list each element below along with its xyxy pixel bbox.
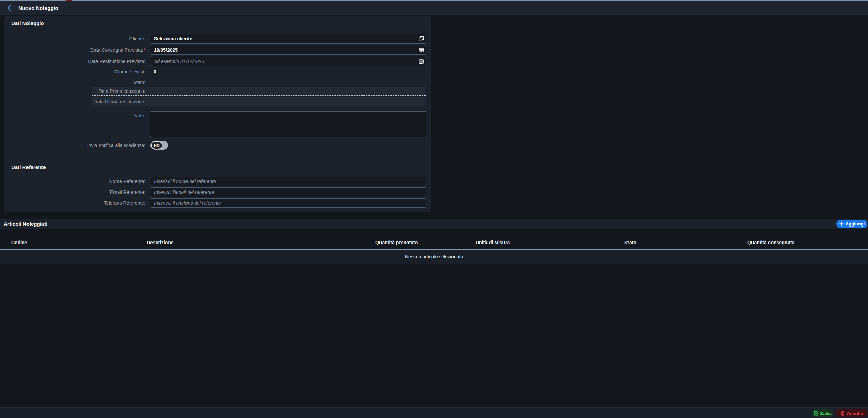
data-consegna-input[interactable] — [150, 45, 426, 55]
save-button[interactable]: Salva — [812, 409, 833, 417]
articles-section-title: Articoli Noleggiati — [4, 221, 47, 227]
data-restituzione-label: Data Restituzione Prevista: — [4, 58, 145, 65]
column-header-unita-di-misura: Unità di Misura — [476, 240, 510, 245]
add-article-label: Aggiungi — [846, 221, 865, 227]
value-help-icon[interactable] — [418, 36, 424, 41]
calendar-icon[interactable] — [418, 47, 424, 53]
save-floppy-icon — [814, 411, 818, 416]
toggle-handle: NO — [151, 141, 162, 149]
column-header-quantita-consegnata: Quantità consegnata — [747, 240, 794, 245]
cliente-input[interactable] — [150, 34, 426, 44]
nome-referente-label: Nome Referente: — [4, 178, 145, 185]
plus-icon — [839, 222, 844, 226]
email-referente-input[interactable] — [150, 187, 426, 197]
telefono-referente-input[interactable] — [150, 198, 426, 208]
note-textarea[interactable] — [150, 111, 426, 137]
save-button-label: Salva — [820, 411, 832, 416]
data-prima-consegna-label: Data Prima consegna: — [4, 88, 145, 95]
nuovo-noleggio-page: Nuovo Noleggio Dati Noleggio Cliente: Da… — [0, 0, 868, 418]
empty-table-row: Nessun articolo selezionato — [0, 250, 868, 264]
column-header-stato: Stato — [624, 240, 636, 245]
add-article-button[interactable]: Aggiungi — [836, 220, 867, 228]
telefono-referente-field-wrap — [150, 198, 426, 208]
rental-form-panel: Dati Noleggio Cliente: Data Consegna Pre… — [4, 16, 431, 212]
calendar-icon[interactable] — [418, 58, 424, 64]
column-header-quantita-prenotata: Quantità prenotata — [375, 240, 418, 245]
chevron-left-icon — [7, 5, 11, 11]
cliente-field-wrap — [150, 34, 426, 44]
column-header-descrizione: Descrizione — [147, 240, 174, 245]
notifica-toggle[interactable]: NO — [150, 141, 168, 150]
footer-bar: Salva Annulla — [0, 407, 868, 418]
section-title-dati-referente: Dati Referente — [11, 164, 46, 170]
data-consegna-label: Data Consegna Prevista:* — [4, 47, 145, 53]
trash-icon — [840, 411, 845, 416]
required-mark: * — [144, 48, 145, 52]
column-header-codice: Codice — [11, 240, 27, 245]
section-title-dati-noleggio: Dati Noleggio — [11, 20, 44, 26]
data-restituzione-field-wrap — [150, 56, 426, 66]
cancel-button-label: Annulla — [847, 411, 863, 416]
giorni-previsti-label: Giorni Previsti: — [4, 68, 145, 75]
articles-section-bar: Articoli Noleggiati Aggiungi — [0, 219, 868, 229]
data-restituzione-input[interactable] — [150, 56, 426, 66]
nome-referente-input[interactable] — [150, 177, 426, 186]
page-title: Nuovo Noleggio — [18, 5, 58, 11]
page-header: Nuovo Noleggio — [0, 1, 868, 15]
nome-referente-field-wrap — [150, 177, 426, 186]
cliente-label: Cliente: — [4, 35, 145, 42]
email-referente-field-wrap — [150, 187, 426, 197]
empty-table-message: Nessun articolo selezionato — [405, 254, 463, 260]
email-referente-label: Email Referente: — [4, 189, 145, 196]
telefono-referente-label: Telefono Referente: — [4, 200, 145, 206]
back-button[interactable] — [3, 2, 15, 14]
cancel-button[interactable]: Annulla — [836, 409, 867, 417]
data-consegna-field-wrap — [150, 45, 426, 55]
note-label: Note: — [4, 112, 145, 119]
notifica-label: Invia notifica alla scadenza: — [4, 142, 145, 149]
data-ultima-restituzione-label: Data Ultima restituzione: — [4, 98, 145, 105]
stato-label: Stato: — [4, 79, 145, 86]
giorni-previsti-value: 0 — [154, 68, 156, 75]
